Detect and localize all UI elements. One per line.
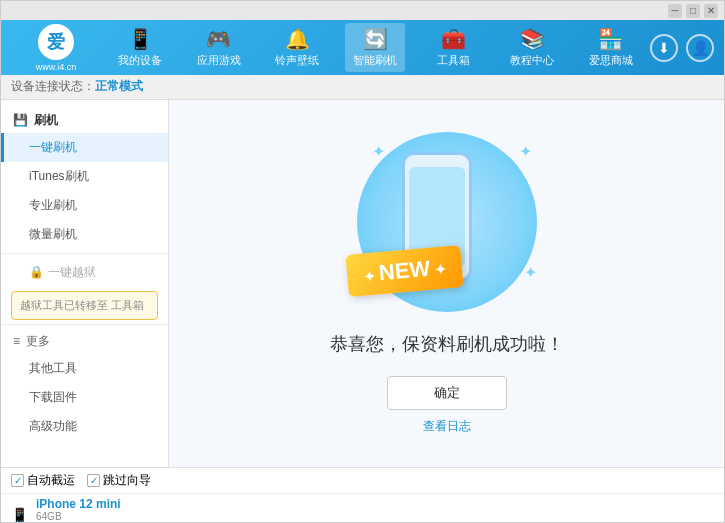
device-storage: 64GB	[36, 511, 121, 522]
one-click-flash-label: 一键刷机	[29, 140, 77, 154]
main-body: 💾 刷机 一键刷机 iTunes刷机 专业刷机 微量刷机 🔒 一键越狱 越狱工具…	[1, 100, 724, 467]
nav-tutorials[interactable]: 📚 教程中心	[502, 23, 562, 72]
download-button[interactable]: ⬇	[650, 34, 678, 62]
sidebar-item-itunes-flash[interactable]: iTunes刷机	[1, 162, 168, 191]
user-icon: 👤	[692, 40, 709, 56]
my-device-icon: 📱	[128, 27, 153, 51]
sidebar-item-advanced[interactable]: 高级功能	[1, 412, 168, 441]
device-name: iPhone 12 mini	[36, 497, 121, 511]
confirm-button[interactable]: 确定	[387, 376, 507, 410]
status-value: 正常模式	[95, 78, 143, 95]
nav-tools[interactable]: 🧰 工具箱	[424, 23, 484, 72]
nav-ringtones[interactable]: 🔔 铃声壁纸	[267, 23, 327, 72]
tools-label: 工具箱	[437, 53, 470, 68]
notice-text: 越狱工具已转移至 工具箱	[20, 299, 144, 311]
skip-wizard-check-icon: ✓	[87, 474, 100, 487]
download-firmware-label: 下载固件	[29, 390, 77, 404]
sidebar-flash-header[interactable]: 💾 刷机	[1, 108, 168, 133]
download-icon: ⬇	[658, 40, 670, 56]
sidebar-item-micro-flash[interactable]: 微量刷机	[1, 220, 168, 249]
more-section-icon: ≡	[13, 334, 20, 348]
phone-illustration: ✦ ✦ ✦ NEW	[347, 132, 547, 312]
flash-section-icon: 💾	[13, 113, 28, 127]
sidebar-item-jailbreak: 🔒 一键越狱	[1, 258, 168, 287]
jailbreak-label: 一键越狱	[48, 264, 96, 281]
skip-wizard-checkbox[interactable]: ✓ 跳过向导	[87, 472, 151, 489]
sparkle-icon-2: ✦	[519, 142, 532, 161]
device-info: iPhone 12 mini 64GB Down-12mini-13,1	[36, 497, 121, 523]
advanced-label: 高级功能	[29, 419, 77, 433]
pro-flash-label: 专业刷机	[29, 198, 77, 212]
tutorials-label: 教程中心	[510, 53, 554, 68]
device-row: 📱 iPhone 12 mini 64GB Down-12mini-13,1	[1, 494, 724, 523]
apps-games-label: 应用游戏	[197, 53, 241, 68]
sidebar-more-header[interactable]: ≡ 更多	[1, 329, 168, 354]
view-log-link[interactable]: 查看日志	[423, 418, 471, 435]
sidebar: 💾 刷机 一键刷机 iTunes刷机 专业刷机 微量刷机 🔒 一键越狱 越狱工具…	[1, 100, 169, 467]
minimize-button[interactable]: ─	[668, 4, 682, 18]
mall-icon: 🏪	[598, 27, 623, 51]
sidebar-item-download-firmware[interactable]: 下载固件	[1, 383, 168, 412]
logo-area: 爱 www.i4.cn	[11, 24, 101, 72]
ringtones-icon: 🔔	[285, 27, 310, 51]
nav-my-device[interactable]: 📱 我的设备	[110, 23, 170, 72]
smart-flash-label: 智能刷机	[353, 53, 397, 68]
nav-bar: 📱 我的设备 🎮 应用游戏 🔔 铃声壁纸 🔄 智能刷机 🧰 工具箱 📚	[101, 23, 650, 72]
sidebar-item-one-click-flash[interactable]: 一键刷机	[1, 133, 168, 162]
lock-icon: 🔒	[29, 265, 44, 279]
sidebar-divider-2	[1, 324, 168, 325]
nav-mall[interactable]: 🏪 爱思商城	[581, 23, 641, 72]
header-actions: ⬇ 👤	[650, 34, 714, 62]
more-section-label: 更多	[26, 333, 50, 350]
content-area: ✦ ✦ ✦ NEW 恭喜您，保资料刷机成功啦！ 确定 查看日志	[169, 100, 724, 467]
smart-flash-icon: 🔄	[363, 27, 388, 51]
itunes-flash-label: iTunes刷机	[29, 169, 89, 183]
title-bar: ─ □ ✕	[1, 1, 724, 20]
flash-section-label: 刷机	[34, 112, 58, 129]
logo-icon: 爱	[38, 24, 74, 60]
sidebar-notice: 越狱工具已转移至 工具箱	[11, 291, 158, 320]
nav-apps-games[interactable]: 🎮 应用游戏	[189, 23, 249, 72]
ringtones-label: 铃声壁纸	[275, 53, 319, 68]
auto-transfer-check-icon: ✓	[11, 474, 24, 487]
tutorials-icon: 📚	[520, 27, 545, 51]
other-tools-label: 其他工具	[29, 361, 77, 375]
app-header: 爱 www.i4.cn 📱 我的设备 🎮 应用游戏 🔔 铃声壁纸 🔄 智能刷机 …	[1, 20, 724, 75]
apps-games-icon: 🎮	[206, 27, 231, 51]
sidebar-item-other-tools[interactable]: 其他工具	[1, 354, 168, 383]
sidebar-divider-1	[1, 253, 168, 254]
user-button[interactable]: 👤	[686, 34, 714, 62]
skip-wizard-label: 跳过向导	[103, 472, 151, 489]
micro-flash-label: 微量刷机	[29, 227, 77, 241]
mall-label: 爱思商城	[589, 53, 633, 68]
status-bar: 设备连接状态： 正常模式	[1, 75, 724, 100]
nav-smart-flash[interactable]: 🔄 智能刷机	[345, 23, 405, 72]
main-window: ─ □ ✕ 爱 www.i4.cn 📱 我的设备 🎮 应用游戏 🔔 铃声壁纸 🔄	[0, 0, 725, 523]
sparkle-icon-1: ✦	[372, 142, 385, 161]
auto-transfer-label: 自动截运	[27, 472, 75, 489]
close-button[interactable]: ✕	[704, 4, 718, 18]
success-text: 恭喜您，保资料刷机成功啦！	[330, 332, 564, 356]
bottom-checkboxes: ✓ 自动截运 ✓ 跳过向导	[1, 468, 724, 494]
sparkle-icon-3: ✦	[524, 263, 537, 282]
maximize-button[interactable]: □	[686, 4, 700, 18]
auto-transfer-checkbox[interactable]: ✓ 自动截运	[11, 472, 75, 489]
device-phone-icon: 📱	[11, 507, 28, 523]
bottom-section: ✓ 自动截运 ✓ 跳过向导 📱 iPhone 12 mini 64GB Down…	[1, 467, 724, 522]
my-device-label: 我的设备	[118, 53, 162, 68]
logo-url: www.i4.cn	[36, 62, 77, 72]
tools-icon: 🧰	[441, 27, 466, 51]
sidebar-item-pro-flash[interactable]: 专业刷机	[1, 191, 168, 220]
status-label: 设备连接状态：	[11, 78, 95, 95]
